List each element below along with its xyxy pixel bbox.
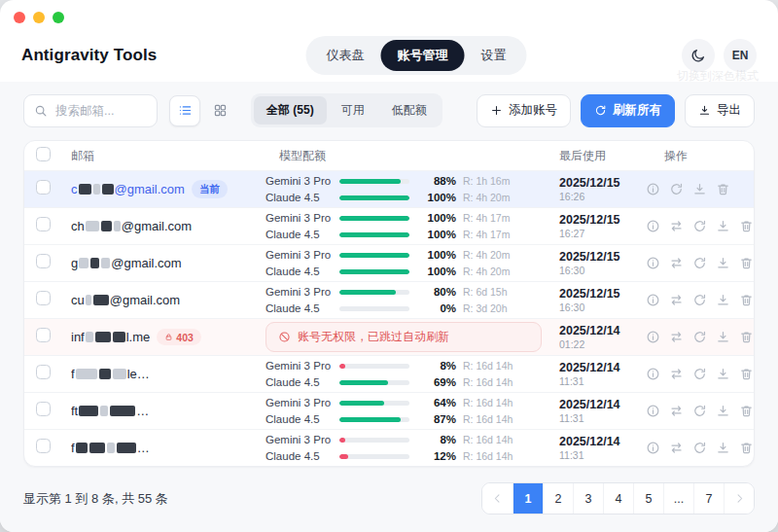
info-button[interactable]: [646, 404, 660, 418]
info-button[interactable]: [646, 293, 660, 307]
row-checkbox[interactable]: [36, 291, 51, 305]
info-icon: [646, 256, 660, 270]
quota-cell: Gemini 3 Pro88%R: 1h 16mClaude 4.5100%R:…: [265, 173, 548, 206]
refresh-button[interactable]: [692, 367, 707, 381]
swap-button[interactable]: [669, 441, 684, 455]
table-row[interactable]: fle…Gemini 3 Pro8%R: 16d 14hClaude 4.569…: [24, 355, 754, 392]
filter-tab-3[interactable]: 低配额: [379, 96, 440, 124]
nav-tab-2[interactable]: 账号管理: [381, 40, 465, 71]
last-used-date: 2025/12/14: [559, 398, 640, 411]
minimize-window-button[interactable]: [33, 12, 45, 23]
delete-button[interactable]: [739, 293, 754, 307]
table-row[interactable]: f…Gemini 3 Pro8%R: 16d 14hClaude 4.512%R…: [24, 429, 754, 466]
refresh-button[interactable]: [692, 441, 707, 455]
model-quota-line: Claude 4.569%R: 16d 14h: [265, 374, 548, 391]
redaction-block: [101, 258, 110, 268]
model-name: Claude 4.5: [265, 413, 339, 425]
row-checkbox[interactable]: [36, 365, 51, 379]
row-checkbox[interactable]: [36, 217, 51, 231]
filter-tab-2[interactable]: 可用: [329, 96, 377, 124]
redaction-block: [113, 332, 125, 342]
download-button[interactable]: [716, 293, 730, 307]
maximize-window-button[interactable]: [53, 12, 64, 23]
row-checkbox[interactable]: [36, 180, 51, 195]
download-button[interactable]: [716, 441, 730, 455]
table-row[interactable]: c@gmail.com当前Gemini 3 Pro88%R: 1h 16mCla…: [24, 170, 754, 207]
page-ellipsis[interactable]: ...: [663, 483, 693, 514]
delete-button[interactable]: [739, 367, 754, 381]
delete-button[interactable]: [716, 182, 730, 196]
row-checkbox[interactable]: [36, 328, 51, 342]
language-button[interactable]: EN: [724, 39, 757, 72]
model-name: Gemini 3 Pro: [265, 397, 339, 408]
theme-toggle-button[interactable]: [682, 39, 715, 72]
download-button[interactable]: [716, 404, 730, 418]
download-button[interactable]: [716, 219, 730, 233]
row-checkbox[interactable]: [36, 439, 51, 453]
swap-button[interactable]: [669, 293, 684, 307]
download-button[interactable]: [692, 182, 707, 196]
table-row[interactable]: cu@gmail.comGemini 3 Pro80%R: 6d 15hClau…: [24, 281, 754, 318]
ban-icon: [278, 331, 291, 343]
refresh-button[interactable]: [692, 293, 707, 307]
filter-tab-1[interactable]: 全部 (55): [254, 96, 327, 124]
quota-bar-fill: [339, 195, 409, 200]
download-button[interactable]: [716, 330, 730, 344]
info-button[interactable]: [646, 330, 660, 344]
next-page-button[interactable]: [724, 483, 754, 514]
info-button[interactable]: [646, 256, 660, 270]
nav-tab-3[interactable]: 设置: [465, 40, 523, 71]
refresh-button[interactable]: [692, 330, 707, 344]
delete-button[interactable]: [739, 404, 754, 418]
table-row[interactable]: ch@gmail.comGemini 3 Pro100%R: 4h 17mCla…: [24, 207, 754, 244]
search-input[interactable]: [53, 103, 147, 119]
download-button[interactable]: [716, 367, 730, 381]
refresh-button[interactable]: [692, 404, 707, 418]
delete-button[interactable]: [739, 219, 754, 233]
info-button[interactable]: [646, 219, 660, 233]
download-button[interactable]: [716, 256, 730, 270]
table-row[interactable]: infl.me403账号无权限，已跳过自动刷新2025/12/1401:22: [24, 318, 754, 355]
page-button-7[interactable]: 7: [693, 483, 724, 514]
swap-button[interactable]: [669, 330, 684, 344]
select-all-checkbox[interactable]: [36, 147, 51, 161]
swap-button[interactable]: [669, 367, 684, 381]
prev-page-button[interactable]: [482, 483, 513, 514]
quota-bar-fill: [339, 232, 409, 237]
info-button[interactable]: [646, 441, 660, 455]
page-button-4[interactable]: 4: [603, 483, 633, 514]
page-button-1[interactable]: 1: [513, 483, 543, 514]
table-row[interactable]: ft…Gemini 3 Pro64%R: 16d 14hClaude 4.587…: [24, 392, 754, 429]
quota-bar-fill: [339, 290, 396, 295]
swap-button[interactable]: [669, 219, 684, 233]
search-box[interactable]: [23, 94, 158, 127]
close-window-button[interactable]: [14, 12, 25, 23]
page-button-2[interactable]: 2: [543, 483, 573, 514]
nav-tab-1[interactable]: 仪表盘: [310, 40, 381, 71]
trash-icon: [739, 330, 754, 344]
info-button[interactable]: [646, 182, 660, 196]
swap-button[interactable]: [669, 256, 684, 270]
delete-button[interactable]: [739, 441, 754, 455]
grid-view-button[interactable]: [204, 95, 235, 126]
list-view-button[interactable]: [169, 95, 200, 126]
delete-button[interactable]: [739, 256, 754, 270]
download-icon: [692, 182, 707, 196]
row-checkbox[interactable]: [36, 402, 51, 416]
page-button-3[interactable]: 3: [573, 483, 603, 514]
row-checkbox[interactable]: [36, 254, 51, 268]
redaction-block: [95, 332, 111, 342]
refresh-button[interactable]: [692, 256, 707, 270]
error-message: 账号无权限，已跳过自动刷新: [265, 322, 542, 352]
info-button[interactable]: [646, 367, 660, 381]
refresh-button[interactable]: [669, 182, 684, 196]
add-account-button[interactable]: 添加账号: [477, 94, 571, 127]
page-button-5[interactable]: 5: [633, 483, 663, 514]
export-button[interactable]: 导出: [685, 94, 755, 127]
table-row[interactable]: g@gmail.comGemini 3 Pro100%R: 4h 20mClau…: [24, 244, 754, 281]
refresh-button[interactable]: [692, 219, 707, 233]
quota-bar-fill: [339, 454, 348, 459]
swap-button[interactable]: [669, 404, 684, 418]
refresh-all-button[interactable]: 刷新所有: [581, 94, 675, 127]
delete-button[interactable]: [739, 330, 754, 344]
